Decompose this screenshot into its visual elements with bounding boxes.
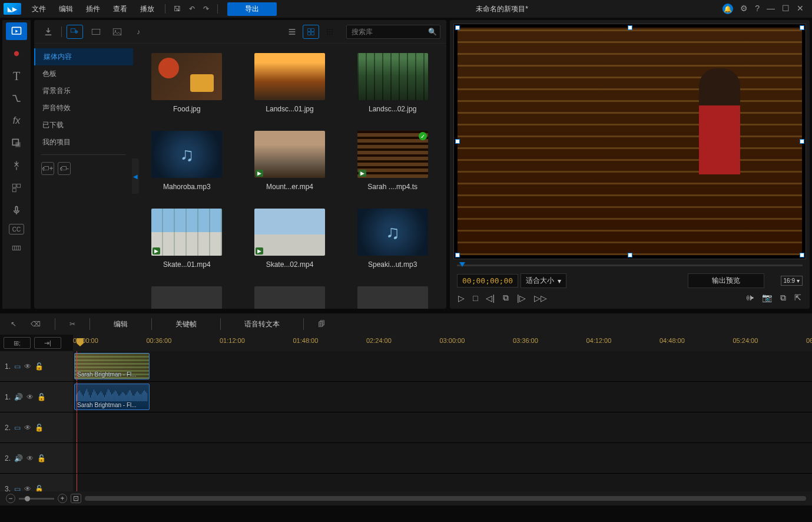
- media-item[interactable]: ▶: [142, 286, 231, 309]
- tool-media[interactable]: [6, 22, 27, 40]
- tool-overlay[interactable]: [6, 134, 27, 152]
- sidebar-item-my-projects[interactable]: 我的项目: [34, 134, 133, 151]
- track-lane[interactable]: Sarah Brightman - Fl...: [73, 382, 812, 412]
- tool-fx[interactable]: fx: [6, 112, 27, 130]
- undo-icon[interactable]: ↶: [185, 2, 198, 15]
- speech-to-text-tab[interactable]: 语音转文本: [230, 317, 294, 332]
- resize-handle[interactable]: [800, 253, 804, 257]
- track-visibility-icon[interactable]: 👁: [26, 393, 34, 401]
- timeline-mode-a[interactable]: ⊞;: [4, 337, 31, 349]
- track-lock-icon[interactable]: 🔓: [37, 393, 46, 401]
- scrub-playhead-icon[interactable]: [459, 262, 465, 267]
- edit-tab[interactable]: 编辑: [100, 317, 142, 332]
- dual-view-icon[interactable]: ⧉: [780, 293, 786, 303]
- track-lock-icon[interactable]: 🔓: [37, 454, 46, 462]
- zoom-fit-icon[interactable]: ⊡: [71, 494, 81, 503]
- sidebar-item-bg-music[interactable]: 背景音乐: [34, 82, 133, 100]
- timecode-display[interactable]: 00;00;00;00: [457, 274, 518, 288]
- next-frame-icon[interactable]: |▷: [517, 293, 526, 303]
- fast-forward-icon[interactable]: ▷▷: [534, 293, 547, 303]
- track-visibility-icon[interactable]: 👁: [24, 424, 31, 432]
- tag-add-icon[interactable]: 🏷+: [41, 162, 54, 175]
- erase-tool-icon[interactable]: ⌫: [26, 318, 45, 331]
- minimize-icon[interactable]: —: [767, 4, 775, 14]
- track-video-icon[interactable]: ▭: [14, 424, 21, 432]
- track-lock-icon[interactable]: 🔓: [35, 485, 44, 492]
- media-item[interactable]: ▶Skate...02.mp4: [246, 209, 334, 269]
- tool-subtitle[interactable]: CC: [9, 224, 24, 234]
- track-audio-icon[interactable]: 🔊: [14, 393, 23, 401]
- track-video-icon[interactable]: ▭: [14, 485, 21, 492]
- tool-record[interactable]: [6, 45, 27, 62]
- collapse-sidebar-icon[interactable]: ◀: [132, 158, 139, 194]
- filter-video-icon[interactable]: [88, 25, 104, 39]
- preview-viewport[interactable]: [453, 24, 806, 259]
- view-grid-icon[interactable]: [303, 25, 319, 39]
- help-icon[interactable]: ?: [755, 4, 760, 14]
- more-icon[interactable]: 🗐: [313, 318, 330, 331]
- media-item[interactable]: ▶: [348, 286, 437, 309]
- redo-icon[interactable]: ↷: [200, 2, 213, 15]
- timeline-clip[interactable]: Sarah Brightman - Fl...: [74, 384, 150, 410]
- resize-handle[interactable]: [800, 25, 804, 30]
- zoom-slider[interactable]: [19, 498, 54, 500]
- track-visibility-icon[interactable]: 👁: [26, 454, 34, 462]
- media-item[interactable]: Mahoroba.mp3: [142, 131, 231, 191]
- resize-handle[interactable]: [455, 253, 460, 257]
- snapshot-icon[interactable]: 📷: [762, 293, 772, 303]
- resize-handle[interactable]: [455, 25, 460, 30]
- menu-play[interactable]: 播放: [134, 2, 160, 16]
- tool-transition[interactable]: [6, 90, 27, 107]
- sidebar-item-color-boards[interactable]: 色板: [34, 65, 133, 82]
- output-preview-button[interactable]: 输出预览: [688, 273, 764, 288]
- track-video-icon[interactable]: ▭: [14, 362, 21, 371]
- sidebar-item-sound-fx[interactable]: 声音特效: [34, 100, 133, 117]
- track-lane[interactable]: Sarah Brightman - Fl...: [73, 351, 812, 381]
- track-lane[interactable]: [73, 443, 812, 473]
- menu-file[interactable]: 文件: [26, 2, 52, 16]
- search-input[interactable]: [346, 25, 440, 39]
- tag-remove-icon[interactable]: 🏷-: [58, 162, 71, 175]
- track-audio-icon[interactable]: 🔊: [14, 454, 23, 462]
- cut-tool-icon[interactable]: ✂: [65, 318, 80, 331]
- prev-frame-icon[interactable]: ◁|: [486, 293, 495, 303]
- track-visibility-icon[interactable]: 👁: [24, 362, 31, 371]
- menu-edit[interactable]: 编辑: [53, 2, 79, 16]
- timeline-clip[interactable]: Sarah Brightman - Fl...: [74, 353, 150, 379]
- sidebar-item-downloaded[interactable]: 已下载: [34, 117, 133, 134]
- track-lane[interactable]: [73, 412, 812, 442]
- horizontal-scrollbar[interactable]: [85, 496, 806, 501]
- timeline-mode-b[interactable]: ⇥|: [34, 337, 61, 349]
- menu-plugins[interactable]: 插件: [80, 2, 106, 16]
- media-item[interactable]: Landsc...02.jpg: [348, 53, 437, 113]
- media-item[interactable]: Landsc...01.jpg: [246, 53, 334, 113]
- tool-voiceover[interactable]: [6, 201, 27, 219]
- snapshot-transport-icon[interactable]: ⧉: [503, 293, 509, 303]
- zoom-out-icon[interactable]: −: [6, 494, 15, 503]
- preview-scrubber[interactable]: [453, 259, 806, 271]
- resize-handle[interactable]: [455, 139, 460, 144]
- export-button[interactable]: 导出: [227, 2, 277, 16]
- import-icon[interactable]: [40, 25, 57, 39]
- resize-handle[interactable]: [800, 139, 804, 144]
- search-icon[interactable]: 🔍: [428, 28, 437, 36]
- stop-icon[interactable]: □: [473, 293, 478, 303]
- keyframe-tab[interactable]: 关键帧: [161, 317, 211, 332]
- view-list-icon[interactable]: [284, 25, 300, 39]
- media-item[interactable]: ▶Mount...er.mp4: [246, 131, 334, 191]
- media-item[interactable]: ▶Skate...01.mp4: [142, 209, 231, 269]
- track-lock-icon[interactable]: 🔓: [35, 362, 44, 371]
- media-item[interactable]: Speaki...ut.mp3: [348, 209, 437, 269]
- tool-template[interactable]: [6, 179, 27, 197]
- volume-icon[interactable]: 🕪: [745, 293, 754, 303]
- track-lock-icon[interactable]: 🔓: [35, 424, 44, 432]
- settings-icon[interactable]: ⚙: [740, 4, 748, 14]
- resize-handle[interactable]: [628, 253, 632, 257]
- notification-icon[interactable]: 🔔: [722, 4, 733, 14]
- media-item[interactable]: ▶: [246, 286, 334, 309]
- fit-dropdown[interactable]: 适合大小▾: [521, 273, 566, 288]
- maximize-icon[interactable]: ☐: [782, 4, 790, 14]
- aspect-ratio-dropdown[interactable]: 16:9▾: [781, 276, 803, 286]
- popout-icon[interactable]: ⇱: [794, 293, 801, 303]
- tool-chapter[interactable]: [6, 239, 27, 257]
